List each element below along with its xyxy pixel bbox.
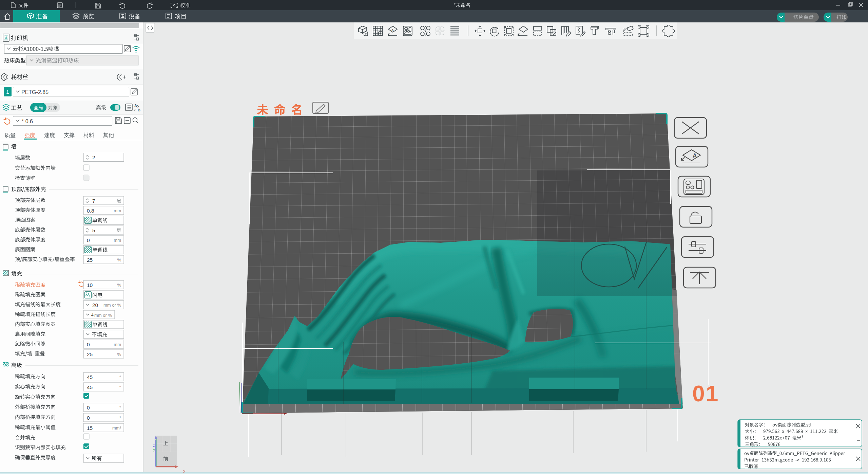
svg-text:0: 0 [87,342,90,347]
svg-text:25: 25 [87,351,93,357]
svg-text:0.8: 0.8 [87,208,94,214]
svg-text:%: % [117,352,121,357]
svg-text:mm or %: mm or % [103,303,121,308]
svg-text:45: 45 [87,384,93,390]
svg-text:15: 15 [87,425,93,431]
svg-text:1: 1 [6,89,9,95]
svg-text:2: 2 [92,154,95,160]
svg-text:7: 7 [92,198,95,204]
svg-text:0: 0 [87,237,90,243]
svg-text:mm²: mm² [112,425,121,431]
svg-text:0: 0 [87,415,90,421]
svg-text:25: 25 [87,257,93,263]
svg-text:20: 20 [92,302,98,308]
svg-text:°: ° [119,415,121,420]
svg-text:mm or %: mm or % [94,313,112,318]
svg-text:0: 0 [87,405,90,411]
svg-text:* 0.6: * 0.6 [22,118,33,124]
svg-text:°: ° [119,375,121,380]
svg-text:45: 45 [87,374,93,380]
svg-text:10: 10 [87,282,93,288]
svg-text:01: 01 [692,381,719,406]
svg-text:A: A [134,104,137,108]
svg-text:°: ° [119,385,121,390]
svg-text:PETG-2.85: PETG-2.85 [21,89,49,95]
svg-text:°: ° [119,405,121,410]
svg-text:B: B [138,108,140,112]
svg-text:A: A [391,28,394,32]
svg-text:A: A [693,152,697,159]
svg-text:5: 5 [92,227,95,233]
svg-text:mm: mm [114,238,121,243]
svg-text:4: 4 [91,313,94,317]
svg-text:%: % [117,257,121,262]
svg-text:%: % [117,282,121,288]
svg-text:mm: mm [114,208,121,213]
svg-text:mm: mm [114,342,121,347]
